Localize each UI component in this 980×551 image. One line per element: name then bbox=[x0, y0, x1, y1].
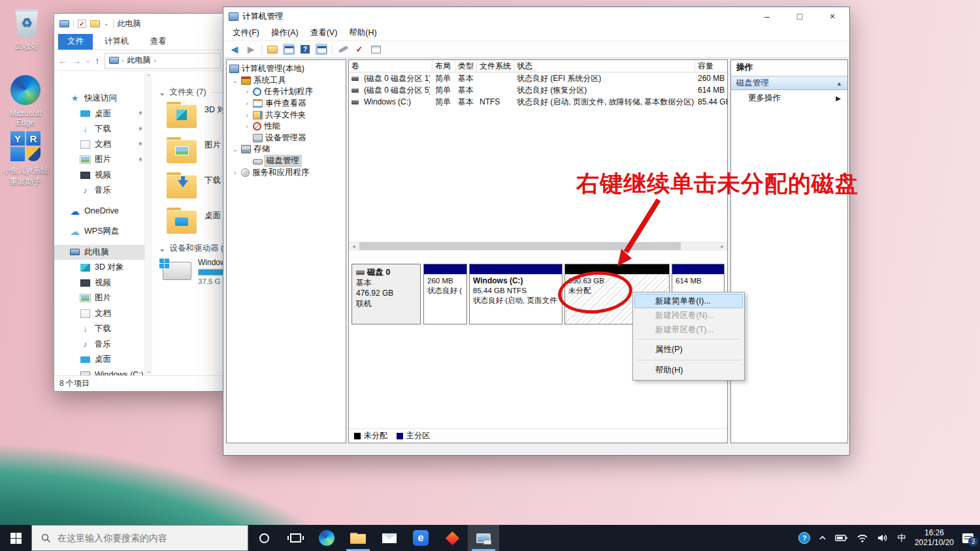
tree-item-computer-management[interactable]: 计算机管理(本地) bbox=[227, 63, 346, 75]
collapse-icon[interactable]: ▲ bbox=[836, 80, 842, 87]
folder-tile-downloads[interactable]: 下载 bbox=[167, 172, 225, 198]
task-view-button[interactable] bbox=[280, 525, 311, 551]
menu-help[interactable]: 帮助(H) bbox=[344, 25, 382, 40]
volume-row[interactable]: Windows (C:) 简单 基本 NTFS 状态良好 (启动, 页面文件, … bbox=[349, 96, 727, 108]
desktop-icon-recycle-bin[interactable]: ♻ 回收站 bbox=[4, 5, 50, 52]
up-icon[interactable]: ↑ bbox=[95, 55, 100, 66]
battery-icon[interactable] bbox=[835, 534, 848, 542]
menu-action[interactable]: 操作(A) bbox=[266, 25, 304, 40]
sidebar-item-windows-c[interactable]: Windows (C:) bbox=[54, 368, 144, 376]
forward-icon[interactable]: ▶ bbox=[245, 44, 257, 55]
col-volume[interactable]: 卷 bbox=[349, 60, 433, 72]
sidebar-scrollbar[interactable]: ⌃ ⌄ bbox=[144, 72, 152, 375]
desktop-icon-edge[interactable]: Microsoft Edge bbox=[3, 73, 48, 127]
menu-file[interactable]: 文件(F) bbox=[227, 25, 265, 40]
col-layout[interactable]: 布局 bbox=[433, 60, 455, 72]
expander-open-icon[interactable]: ⌄ bbox=[232, 77, 238, 84]
sidebar-item-3d-objects[interactable]: 3D 对象 bbox=[54, 260, 144, 276]
tree-item-storage[interactable]: ⌄ 存储 bbox=[227, 144, 346, 155]
tree-item-disk-management[interactable]: 磁盘管理 bbox=[227, 155, 346, 167]
sidebar-item-downloads[interactable]: ↓ 下载 bbox=[54, 321, 144, 337]
partition-efi[interactable]: 260 MB 状态良好 ( bbox=[423, 264, 467, 324]
sidebar-item-pictures[interactable]: 图片 bbox=[54, 291, 144, 306]
taskbar-file-explorer[interactable] bbox=[342, 525, 374, 551]
folder-tile-desktop[interactable]: 桌面 bbox=[167, 208, 225, 234]
menu-item-new-simple-volume[interactable]: 新建简单卷(I)... bbox=[634, 294, 743, 308]
tree-item-system-tools[interactable]: ⌄ 系统工具 bbox=[227, 75, 346, 87]
col-status[interactable]: 状态 bbox=[514, 60, 695, 72]
sidebar-item-videos[interactable]: 视频 bbox=[54, 168, 144, 183]
volume-row[interactable]: (磁盘 0 磁盘分区 5) 简单 基本 状态良好 (恢复分区) 614 MB bbox=[349, 84, 727, 96]
minimize-button[interactable]: – bbox=[753, 8, 781, 25]
taskbar-edge[interactable] bbox=[311, 525, 342, 551]
tab-view[interactable]: 查看 bbox=[141, 34, 176, 50]
show-console-tree-icon[interactable] bbox=[283, 44, 295, 55]
partition-windows-c[interactable]: Windows (C:) 85.44 GB NTFS 状态良好 (启动, 页面文… bbox=[469, 264, 563, 324]
tree-item-event-viewer[interactable]: › 事件查看器 bbox=[227, 98, 346, 110]
menu-item-properties[interactable]: 属性(P) bbox=[634, 341, 743, 358]
col-capacity[interactable]: 容量 bbox=[695, 60, 728, 72]
menu-item-help[interactable]: 帮助(H) bbox=[634, 362, 743, 379]
sidebar-item-wps-cloud[interactable]: ☁ WPS网盘 bbox=[54, 224, 144, 240]
expander-closed-icon[interactable]: › bbox=[232, 169, 238, 176]
expander-open-icon[interactable]: ⌄ bbox=[232, 146, 238, 153]
col-filesystem[interactable]: 文件系统 bbox=[477, 60, 514, 72]
back-icon[interactable]: ◀ bbox=[229, 44, 240, 55]
tab-file[interactable]: 文件 bbox=[58, 34, 93, 50]
properties-quick-icon[interactable]: ✓ bbox=[78, 20, 86, 28]
properties-icon[interactable] bbox=[370, 44, 382, 55]
refresh-tool-icon[interactable] bbox=[337, 44, 349, 55]
folder-tile-3d-objects[interactable]: 3D 对象 bbox=[167, 102, 225, 128]
sidebar-item-music[interactable]: ♪ 音乐 bbox=[54, 337, 144, 353]
scroll-up-icon[interactable]: ⌃ bbox=[146, 74, 152, 80]
new-folder-quick-icon[interactable] bbox=[90, 20, 100, 27]
volume-icon[interactable] bbox=[877, 533, 889, 543]
sidebar-item-desktop[interactable]: 桌面 bbox=[54, 106, 144, 122]
devices-section-header[interactable]: ⌄ 设备和驱动器 (1) bbox=[159, 243, 225, 254]
sidebar-item-music[interactable]: ♪ 音乐 bbox=[54, 183, 144, 198]
tree-item-shared-folders[interactable]: › 共享文件夹 bbox=[227, 109, 346, 121]
sidebar-item-downloads[interactable]: ↓ 下载 bbox=[54, 121, 144, 137]
sidebar-item-onedrive[interactable]: ☁ OneDrive bbox=[54, 204, 144, 219]
recent-locations-icon[interactable]: ⌄ bbox=[86, 57, 91, 64]
action-center-icon[interactable]: 3 bbox=[962, 533, 973, 543]
sidebar-item-documents[interactable]: 文档 bbox=[54, 306, 144, 322]
sidebar-item-pictures[interactable]: 图片 bbox=[54, 152, 144, 168]
export-list-icon[interactable] bbox=[267, 44, 278, 55]
tree-item-device-manager[interactable]: 设备管理器 bbox=[227, 133, 346, 144]
back-icon[interactable]: ← bbox=[58, 55, 67, 66]
maximize-button[interactable]: □ bbox=[785, 8, 814, 25]
wifi-icon[interactable] bbox=[857, 533, 868, 543]
tab-computer[interactable]: 计算机 bbox=[95, 34, 139, 50]
sidebar-item-this-pc[interactable]: 此电脑 bbox=[54, 245, 144, 260]
cortana-button[interactable] bbox=[248, 525, 280, 551]
expander-closed-icon[interactable]: › bbox=[244, 100, 250, 107]
expander-closed-icon[interactable]: › bbox=[244, 88, 250, 95]
expander-closed-icon[interactable]: › bbox=[244, 112, 250, 119]
sidebar-item-quick-access[interactable]: ★ 快速访问 bbox=[54, 91, 144, 106]
close-button[interactable]: × bbox=[818, 8, 847, 25]
volume-row[interactable]: (磁盘 0 磁盘分区 1) 简单 基本 状态良好 (EFI 系统分区) 260 … bbox=[349, 72, 727, 84]
more-actions-item[interactable]: 更多操作 ▶ bbox=[731, 90, 847, 106]
sidebar-item-desktop[interactable]: 桌面 bbox=[54, 352, 144, 368]
qat-dropdown-icon[interactable]: ⌄ bbox=[104, 20, 109, 27]
start-button[interactable] bbox=[0, 525, 31, 551]
folder-tile-pictures[interactable]: 图片 bbox=[167, 137, 225, 163]
taskbar-diamond-app[interactable] bbox=[436, 525, 468, 551]
taskbar-search-box[interactable] bbox=[31, 525, 248, 551]
taskbar-e-app[interactable]: e bbox=[405, 525, 436, 551]
forward-icon[interactable]: → bbox=[72, 55, 81, 66]
address-bar[interactable]: › 此电脑 › bbox=[105, 53, 221, 69]
expander-closed-icon[interactable]: › bbox=[244, 123, 250, 130]
show-action-pane-icon[interactable] bbox=[316, 44, 327, 55]
taskbar-mail[interactable] bbox=[374, 525, 405, 551]
search-input[interactable] bbox=[57, 533, 221, 543]
tree-item-services-apps[interactable]: › 服务和应用程序 bbox=[227, 166, 346, 178]
drive-tile-windows-c[interactable]: Windows (C:) 37.5 G bbox=[163, 258, 225, 285]
desktop-icon-yr-assistant[interactable]: Y R 小鱼儿yr系统重装助手 bbox=[3, 129, 48, 187]
sidebar-item-videos[interactable]: 视频 bbox=[54, 276, 144, 291]
sidebar-item-documents[interactable]: 文档 bbox=[54, 137, 144, 153]
show-hidden-icons-chevron[interactable] bbox=[819, 535, 826, 541]
check-disk-icon[interactable]: ✓ bbox=[353, 44, 365, 55]
taskbar-clock[interactable]: 16:26 2021/10/20 bbox=[915, 528, 954, 548]
